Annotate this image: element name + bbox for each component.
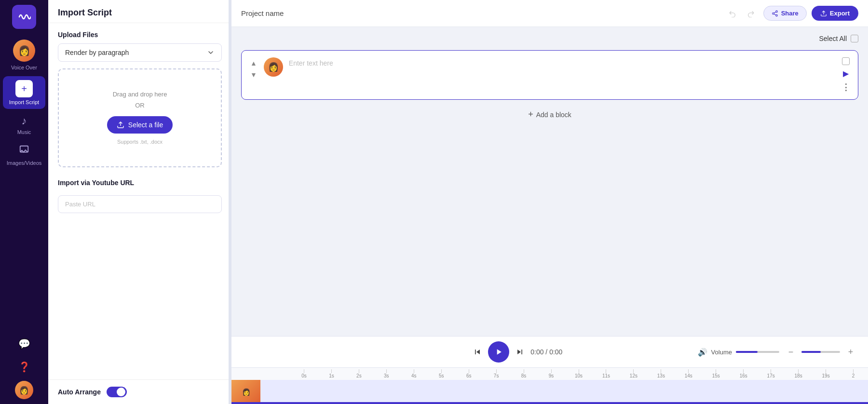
- block-avatar: 👩: [264, 57, 283, 77]
- undo-redo-group: [725, 6, 759, 21]
- zoom-fill: [801, 351, 821, 353]
- dropdown-label: Render by paragraph: [65, 49, 129, 56]
- zoom-slider[interactable]: [801, 351, 840, 353]
- share-button[interactable]: Share: [763, 6, 807, 21]
- ruler-mark: 6s: [455, 369, 483, 378]
- auto-arrange-toggle[interactable]: [107, 387, 127, 397]
- sidebar-item-images-videos[interactable]: Images/Videos: [3, 141, 45, 170]
- youtube-url-input[interactable]: [58, 195, 222, 213]
- playback-controls: 0:00 / 0:00 🔊 Volume − +: [231, 337, 868, 367]
- playback-center: 0:00 / 0:00: [473, 341, 562, 363]
- select-all-checkbox[interactable]: [851, 35, 858, 42]
- sidebar: 👩 Voice Over + Import Script ♪ Music Ima…: [0, 0, 48, 404]
- play-pause-button[interactable]: [488, 341, 509, 363]
- volume-icon: 🔊: [698, 348, 707, 357]
- ruler-mark: 2: [840, 369, 867, 378]
- render-dropdown[interactable]: Render by paragraph: [58, 43, 222, 62]
- undo-button[interactable]: [725, 6, 740, 21]
- svg-line-6: [774, 12, 776, 13]
- ruler-mark: 10s: [565, 369, 593, 378]
- skip-back-button[interactable]: [473, 347, 482, 357]
- volume-slider[interactable]: [736, 351, 779, 353]
- block-checkbox[interactable]: [842, 57, 850, 65]
- sidebar-item-label: Images/Videos: [7, 160, 42, 166]
- zoom-controls: − +: [783, 344, 858, 360]
- toggle-knob: [117, 388, 125, 396]
- panel-header: Import Script: [48, 0, 231, 23]
- block-text-input[interactable]: Enter text here: [289, 57, 836, 77]
- youtube-section-title: Import via Youtube URL: [58, 179, 222, 187]
- editor-area: Select All ▲ ▼ 👩 Enter text here ▶ ⋮ + A…: [231, 27, 868, 336]
- images-videos-icon: [19, 145, 29, 158]
- auto-arrange-bar: Auto Arrange: [48, 379, 231, 404]
- ruler-mark: 18s: [785, 369, 812, 378]
- ruler-mark: 13s: [647, 369, 675, 378]
- block-arrows: ▲ ▼: [249, 57, 258, 80]
- ruler-mark: 17s: [757, 369, 785, 378]
- zoom-in-button[interactable]: +: [843, 344, 858, 360]
- ruler-mark: 14s: [675, 369, 702, 378]
- app-logo[interactable]: [12, 5, 36, 29]
- sidebar-item-label: Music: [17, 129, 31, 135]
- timeline-track[interactable]: 👩: [231, 380, 868, 404]
- voice-over-avatar: 👩: [13, 40, 35, 62]
- user-avatar[interactable]: 👩: [15, 381, 33, 399]
- ruler-mark: 5s: [428, 369, 455, 378]
- block-more-button[interactable]: ⋮: [841, 82, 850, 93]
- svg-point-4: [775, 14, 777, 16]
- skip-forward-button[interactable]: [515, 347, 525, 357]
- export-button[interactable]: Export: [812, 6, 858, 21]
- sidebar-bottom: 💬 ❓ 👩: [15, 335, 33, 399]
- sidebar-item-music[interactable]: ♪ Music: [3, 111, 45, 139]
- project-name: Project name: [241, 9, 284, 17]
- auto-arrange-label: Auto Arrange: [58, 388, 101, 396]
- sidebar-item-import-script[interactable]: + Import Script: [3, 76, 45, 109]
- add-block-label: Add a block: [536, 111, 571, 119]
- track-thumbnail: 👩: [231, 380, 260, 404]
- main-area: Project name Share Export Sele: [231, 0, 868, 404]
- ruler-mark: 3s: [373, 369, 400, 378]
- volume-area: 🔊 Volume − +: [698, 344, 858, 360]
- import-script-icon: +: [15, 80, 33, 97]
- redo-button[interactable]: [743, 6, 759, 21]
- move-down-button[interactable]: ▼: [249, 70, 258, 80]
- volume-label: Volume: [711, 349, 732, 356]
- add-block-button[interactable]: + Add a block: [524, 106, 575, 123]
- music-icon: ♪: [22, 115, 27, 127]
- block-play-button[interactable]: ▶: [843, 69, 849, 78]
- ruler-mark: 2s: [345, 369, 373, 378]
- upload-section-title: Upload Files: [58, 31, 222, 39]
- sidebar-item-label: Import Script: [9, 99, 39, 105]
- ruler-mark: 7s: [483, 369, 510, 378]
- ruler-mark: 11s: [592, 369, 620, 378]
- file-upload-area[interactable]: Drag and drop here OR Select a file Supp…: [58, 68, 222, 167]
- svg-point-2: [775, 11, 777, 13]
- help-icon-btn[interactable]: ❓: [15, 358, 33, 376]
- select-file-button[interactable]: Select a file: [107, 116, 173, 134]
- youtube-section: Import via Youtube URL: [58, 179, 222, 213]
- chat-icon-btn[interactable]: 💬: [15, 335, 33, 353]
- panel-resize-handle[interactable]: [229, 0, 231, 404]
- sidebar-item-voice-over[interactable]: 👩 Voice Over: [3, 36, 45, 74]
- sidebar-item-label: Voice Over: [11, 65, 37, 70]
- zoom-out-button[interactable]: −: [783, 344, 799, 360]
- move-up-button[interactable]: ▲: [249, 58, 258, 68]
- select-all-text: Select All: [819, 35, 847, 42]
- ruler-mark: 19s: [812, 369, 840, 378]
- ruler-mark: 12s: [620, 369, 647, 378]
- ruler-mark: 8s: [510, 369, 538, 378]
- script-block: ▲ ▼ 👩 Enter text here ▶ ⋮: [241, 50, 858, 100]
- time-display: 0:00 / 0:00: [530, 348, 562, 356]
- header: Project name Share Export: [231, 0, 868, 27]
- track-progress-bar: [231, 402, 868, 404]
- share-label: Share: [781, 10, 799, 17]
- timeline-ruler: 0s1s2s3s4s5s6s7s8s9s10s11s12s13s14s15s16…: [231, 367, 868, 380]
- drag-drop-text: Drag and drop here OR: [68, 89, 211, 111]
- add-icon: +: [528, 109, 533, 120]
- svg-line-5: [774, 13, 776, 14]
- ruler-mark: 16s: [730, 369, 757, 378]
- header-right: Share Export: [725, 6, 858, 21]
- ruler-mark: 15s: [702, 369, 730, 378]
- panel-title: Import Script: [58, 8, 112, 17]
- ruler-mark: 9s: [538, 369, 565, 378]
